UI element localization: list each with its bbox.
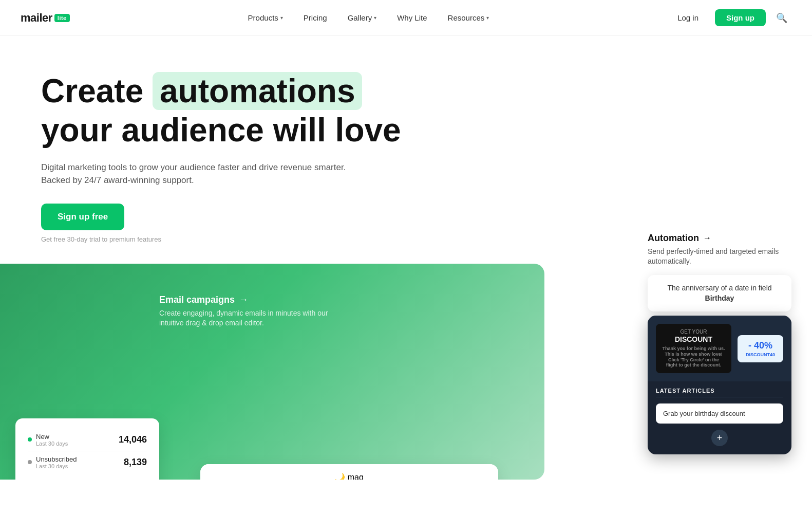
discount-small-text: Thank you for being with us. This is how… xyxy=(662,346,725,368)
automation-arrow: → xyxy=(703,233,711,243)
email-preview-header: 🌙 mag xyxy=(200,464,498,480)
email-campaigns-desc: Create engaging, dynamic emails in minut… xyxy=(159,308,334,328)
discount-main-label: DISCOUNT xyxy=(662,335,725,344)
stats-card: New Last 30 days 14,046 Unsubscribed Las… xyxy=(15,418,159,480)
nav-products[interactable]: Products ▾ xyxy=(240,9,291,26)
dark-panel: GET YOUR DISCOUNT Thank you for being wi… xyxy=(648,316,791,454)
hero-section: Create automations your audience will lo… xyxy=(0,36,812,243)
stat-sub-unsub: Last 30 days xyxy=(36,463,77,469)
article-item: Grab your birthday discount xyxy=(656,403,783,424)
headline-highlight: automations xyxy=(153,72,362,110)
why-lite-label: Why Lite xyxy=(397,13,427,22)
resources-chevron: ▾ xyxy=(486,15,489,21)
articles-divider xyxy=(656,397,783,397)
stat-sub-new: Last 30 days xyxy=(36,440,68,447)
navigation: mailer lite Products ▾ Pricing Gallery ▾… xyxy=(0,0,812,36)
gallery-label: Gallery xyxy=(348,13,372,22)
discount-percentage: - 40% xyxy=(748,340,772,351)
email-campaigns-section: Email campaigns → Create engaging, dynam… xyxy=(159,295,334,328)
nav-links: Products ▾ Pricing Gallery ▾ Why Lite Re… xyxy=(240,9,498,26)
logo[interactable]: mailer lite xyxy=(21,11,70,25)
automation-description: Send perfectly-timed and targeted emails… xyxy=(648,247,791,267)
discount-card: GET YOUR DISCOUNT Thank you for being wi… xyxy=(648,316,791,381)
hero-description: Digital marketing tools to grow your aud… xyxy=(41,161,349,187)
products-chevron: ▾ xyxy=(280,15,283,21)
nav-right: Log in Sign up 🔍 xyxy=(667,9,791,26)
gallery-chevron: ▾ xyxy=(374,15,376,21)
automation-trigger-card: The anniversary of a date in field Birth… xyxy=(648,275,791,311)
login-button[interactable]: Log in xyxy=(667,9,709,26)
stat-row-unsub: Unsubscribed Last 30 days 8,139 xyxy=(28,451,147,473)
discount-right: - 40% DISCOUNT40 xyxy=(738,335,783,362)
automation-panel: Automation → Send perfectly-timed and ta… xyxy=(648,233,791,454)
mag-logo: 🌙 mag xyxy=(335,472,364,480)
stat-name-new: New xyxy=(36,433,68,440)
email-campaigns-header: Email campaigns → xyxy=(159,295,334,305)
stat-value-unsub: 8,139 xyxy=(124,457,147,468)
resources-label: Resources xyxy=(448,13,485,22)
articles-title: LATEST ARTICLES xyxy=(656,388,783,394)
pricing-label: Pricing xyxy=(304,13,327,22)
nav-gallery[interactable]: Gallery ▾ xyxy=(339,9,385,26)
email-preview: 🌙 mag xyxy=(200,464,498,480)
trial-text: Get free 30-day trial to premium feature… xyxy=(41,235,161,243)
stat-name-unsub: Unsubscribed xyxy=(36,455,77,463)
discount-get-label: GET YOUR xyxy=(662,329,725,335)
headline-prefix: Create xyxy=(41,72,143,109)
products-label: Products xyxy=(248,13,278,22)
dot-unsub xyxy=(28,460,32,464)
signup-free-button[interactable]: Sign up free xyxy=(41,204,124,230)
stat-label-new: New Last 30 days xyxy=(28,433,68,447)
discount-left: GET YOUR DISCOUNT Thank you for being wi… xyxy=(656,324,731,373)
search-icon[interactable]: 🔍 xyxy=(772,10,791,26)
stat-label-unsub: Unsubscribed Last 30 days xyxy=(28,455,77,469)
hero-headline: Create automations xyxy=(41,72,362,110)
nav-why-lite[interactable]: Why Lite xyxy=(389,9,435,26)
stat-value-new: 14,046 xyxy=(119,434,147,445)
nav-pricing[interactable]: Pricing xyxy=(295,9,335,26)
hero-subheadline: your audience will love xyxy=(41,112,401,148)
stat-row-new: New Last 30 days 14,046 xyxy=(28,429,147,451)
automation-card-text: The anniversary of a date in field xyxy=(667,284,771,292)
dot-new xyxy=(28,437,32,442)
email-campaigns-arrow: → xyxy=(239,295,248,305)
articles-section: LATEST ARTICLES Grab your birthday disco… xyxy=(648,381,791,446)
discount-code: DISCOUNT40 xyxy=(746,352,775,357)
signup-button[interactable]: Sign up xyxy=(715,9,766,26)
automation-title: Automation xyxy=(648,233,699,244)
logo-badge: lite xyxy=(54,14,70,22)
automation-card-bold: Birthday xyxy=(705,294,734,302)
nav-resources[interactable]: Resources ▾ xyxy=(440,9,498,26)
logo-text: mailer xyxy=(21,11,52,25)
add-button[interactable]: + xyxy=(711,430,728,446)
content-area: Email campaigns → Create engaging, dynam… xyxy=(0,264,812,480)
automation-header: Automation → xyxy=(648,233,791,244)
email-campaigns-title: Email campaigns xyxy=(159,295,235,305)
